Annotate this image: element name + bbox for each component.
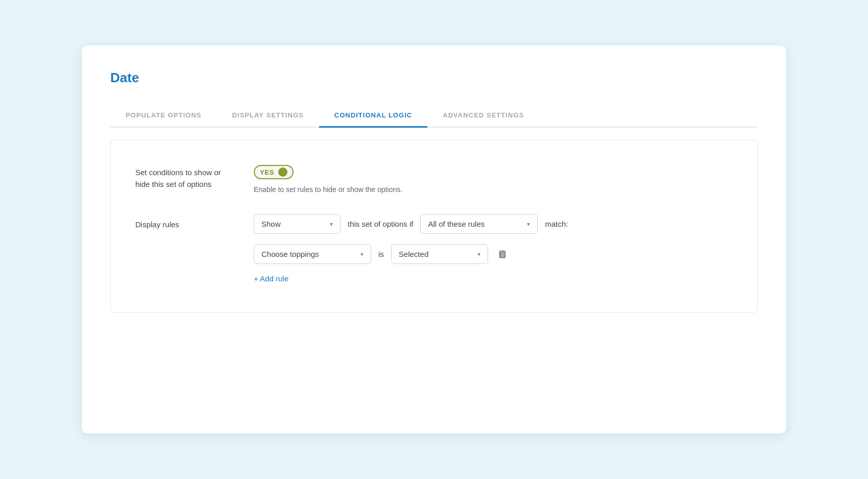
condition-field-chevron-icon: ▾ [360,251,364,258]
delete-rule-button[interactable] [495,247,510,261]
add-rule-link[interactable]: + Add rule [254,274,288,283]
tabs-bar: POPULATE OPTIONS DISPLAY SETTINGS CONDIT… [110,104,758,128]
toggle-label: YES [260,169,274,176]
tab-populate-options[interactable]: POPULATE OPTIONS [110,104,217,128]
is-text: is [378,250,384,258]
display-rules-label: Display rules [135,214,237,229]
conditions-row: Set conditions to show or hide this set … [135,165,729,194]
toggle-description: Enable to set rules to hide or show the … [254,185,402,194]
condition-value-chevron-icon: ▾ [477,251,480,258]
condition-value-select[interactable]: Selected ▾ [391,244,488,264]
toggle-pill[interactable]: YES [254,165,294,179]
tab-display-settings[interactable]: DISPLAY SETTINGS [217,104,319,128]
inline-text: this set of options if [348,220,413,228]
outer-card: Date POPULATE OPTIONS DISPLAY SETTINGS C… [82,45,786,434]
condition-field-select[interactable]: Choose toppings ▾ [254,244,371,264]
toggle-dot [278,167,287,177]
rules-select[interactable]: All of these rules ▾ [420,214,538,234]
show-chevron-icon: ▾ [330,221,333,228]
show-select[interactable]: Show ▾ [254,214,341,234]
show-select-value: Show [261,220,281,228]
condition-field-value: Choose toppings [261,250,319,258]
trash-icon [497,249,508,259]
tab-conditional-logic[interactable]: CONDITIONAL LOGIC [319,104,428,128]
rules-row-top: Show ▾ this set of options if All of the… [254,214,568,234]
display-rules-row: Display rules Show ▾ this set of options… [135,214,729,283]
rules-select-value: All of these rules [428,220,485,228]
rules-chevron-icon: ▾ [527,221,530,228]
page-title: Date [110,70,758,86]
add-rule-container: + Add rule [254,274,568,283]
content-card: Set conditions to show or hide this set … [110,140,758,313]
condition-row: Choose toppings ▾ is Selected ▾ [254,244,568,264]
conditions-label: Set conditions to show or hide this set … [135,165,237,190]
rules-content: Show ▾ this set of options if All of the… [254,214,568,283]
conditions-content: YES Enable to set rules to hide or show … [254,165,402,194]
match-text: match: [545,220,568,228]
condition-value-text: Selected [399,250,428,258]
tab-advanced-settings[interactable]: ADVANCED SETTINGS [427,104,539,128]
toggle-container: YES [254,165,402,179]
